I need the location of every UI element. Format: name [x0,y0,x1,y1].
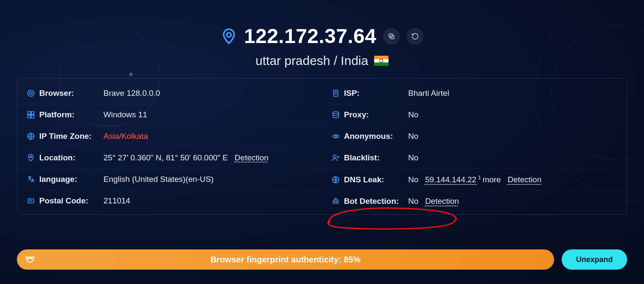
dns-icon [332,176,340,184]
ip-line: 122.172.37.64 [0,24,644,48]
info-column-right: ISP: Bharti Airtel Proxy: No [322,83,627,212]
platform-icon [27,111,35,119]
svg-rect-11 [28,199,33,203]
label-text: DNS Leak: [344,175,384,184]
fingerprint-bar[interactable]: Browser fingerprint authenticity: 85% [17,249,554,270]
value-postal: 211014 [103,196,130,206]
value-isp: Bharti Airtel [408,89,449,98]
svg-point-14 [334,135,337,138]
svg-point-18 [334,201,335,202]
label-text: Location: [39,153,76,162]
isp-icon [332,89,340,97]
row-bot: Bot Detection: No Detection [322,191,627,212]
svg-point-0 [227,32,231,37]
row-timezone: IP Time Zone: Asia/Kolkata [17,126,322,147]
value-browser: Brave 128.0.0.0 [103,89,160,98]
bot-icon [332,197,340,206]
copy-button[interactable] [383,28,400,45]
row-location: Location: 25° 27' 0.360" N, 81° 50' 60.0… [17,147,322,169]
detection-link[interactable]: Detection [425,197,459,206]
label-text: Bot Detection: [344,197,399,206]
proxy-icon [332,111,340,119]
value-platform: Windows 11 [103,110,147,119]
svg-point-3 [28,90,34,97]
pin-icon [27,154,35,162]
dnsleak-more-text: more [483,175,501,184]
browser-icon [27,89,35,97]
value-anonymous: No [408,132,418,141]
blacklist-icon [332,154,340,162]
flag-india-icon [374,56,389,66]
unexpand-button[interactable]: Unexpand [562,249,627,270]
label-text: ISP: [344,89,360,98]
location-line: uttar pradesh / India [0,54,644,68]
globe-icon [27,132,35,141]
svg-point-21 [31,258,32,260]
row-blacklist: Blacklist: No [322,147,627,169]
refresh-button[interactable] [407,28,424,45]
svg-point-19 [336,201,337,202]
dnsleak-ip[interactable]: 59.144.144.22 [425,175,477,184]
language-icon [27,175,35,184]
mask-icon [24,254,35,265]
svg-point-13 [333,112,338,114]
label-text: IP Time Zone: [39,132,92,141]
dnsleak-more-count: 1 [478,175,481,181]
location-text: uttar pradesh / India [255,54,368,68]
svg-rect-6 [31,112,34,115]
label-text: Browser: [39,89,74,98]
ip-address: 122.172.37.64 [244,24,376,48]
row-dnsleak: DNS Leak: No 59.144.144.221more Detectio… [322,169,627,191]
label-text: Postal Code: [39,196,88,206]
row-postal: Postal Code: 211014 [17,190,322,211]
label-text: Blacklist: [344,153,380,162]
fingerprint-text: Browser fingerprint authenticity: 85% [210,255,361,265]
value-language: English (United States)(en-US) [103,175,214,184]
label-text: Anonymous: [344,132,393,141]
dnsleak-no: No [408,175,418,184]
value-blacklist: No [408,153,418,162]
header: 122.172.37.64 uttar pradesh / India [0,0,644,68]
svg-rect-8 [31,115,34,118]
info-column-left: Browser: Brave 128.0.0.0 Platform: Windo… [17,83,322,212]
row-proxy: Proxy: No [322,104,627,126]
location-pin-icon [220,28,237,45]
svg-point-4 [30,92,33,95]
svg-point-15 [333,155,336,158]
location-coords: 25° 27' 0.360" N, 81° 50' 60.000" E [103,153,228,162]
anonymous-icon [332,132,340,141]
row-platform: Platform: Windows 11 [17,104,322,126]
svg-point-10 [30,156,32,157]
label-text: Platform: [39,110,74,119]
detection-link[interactable]: Detection [235,153,269,162]
detection-link[interactable]: Detection [508,175,541,184]
info-panel: Browser: Brave 128.0.0.0 Platform: Windo… [17,78,627,215]
svg-point-20 [28,258,29,260]
value-bot: No Detection [408,197,459,206]
label-text: language: [39,175,77,184]
row-browser: Browser: Brave 128.0.0.0 [17,83,322,104]
value-location: 25° 27' 0.360" N, 81° 50' 60.000" E Dete… [103,153,269,162]
postal-icon [27,197,35,205]
bg-decoration [129,73,133,76]
value-timezone: Asia/Kolkata [103,132,148,141]
row-isp: ISP: Bharti Airtel [322,83,627,104]
row-language: language: English (United States)(en-US) [17,169,322,190]
value-dnsleak: No 59.144.144.221more Detection [408,175,542,184]
label-text: Proxy: [344,110,369,119]
row-anonymous: Anonymous: No [322,126,627,147]
svg-rect-7 [28,115,31,118]
value-proxy: No [408,110,418,119]
bottom-bar: Browser fingerprint authenticity: 85% Un… [17,249,627,270]
bot-no: No [408,197,418,206]
svg-rect-5 [28,112,31,115]
